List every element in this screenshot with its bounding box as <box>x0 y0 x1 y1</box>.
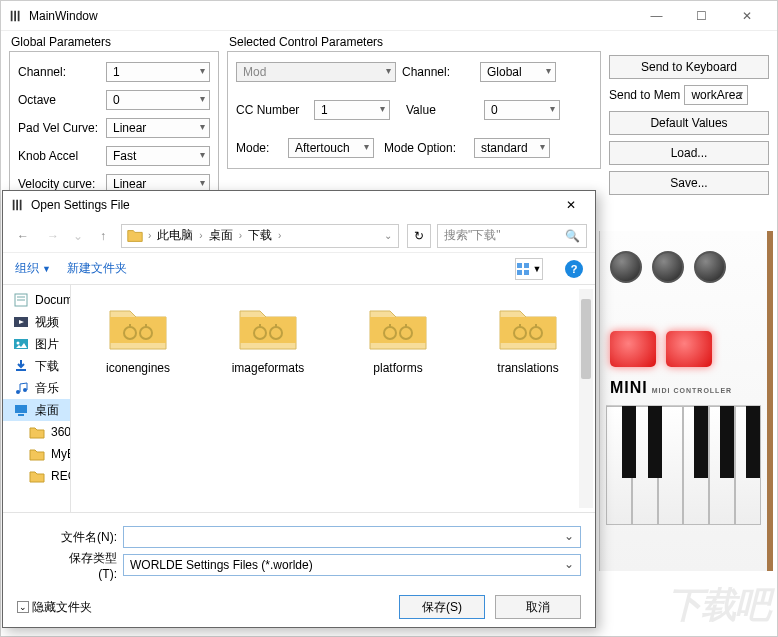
file-item[interactable]: iconengines <box>83 301 193 375</box>
video-icon <box>13 314 29 330</box>
nav-back-button[interactable]: ← <box>11 224 35 248</box>
tree-item[interactable]: MyEditor_xiaz <box>3 443 70 465</box>
default-values-button[interactable]: Default Values <box>609 111 769 135</box>
dialog-close-button[interactable]: ✕ <box>555 193 587 217</box>
mem-area-combo[interactable]: workArea <box>684 85 748 105</box>
tree-item-label: 图片 <box>35 336 59 353</box>
docs-icon <box>13 292 29 308</box>
new-folder-button[interactable]: 新建文件夹 <box>67 260 127 277</box>
close-button[interactable]: ✕ <box>724 2 769 30</box>
breadcrumb-seg[interactable]: 桌面 <box>207 227 235 244</box>
filename-input[interactable] <box>123 526 581 548</box>
modeopt-combo[interactable]: standard <box>474 138 550 158</box>
hide-folders-toggle[interactable]: ⌄隐藏文件夹 <box>17 599 92 616</box>
value-combo[interactable]: 0 <box>484 100 560 120</box>
sel-channel-label: Channel: <box>402 65 474 79</box>
breadcrumb-seg[interactable]: 下载 <box>246 227 274 244</box>
folder-icon <box>496 301 560 355</box>
svg-rect-1 <box>14 10 16 21</box>
tree-item[interactable]: 音乐 <box>3 377 70 399</box>
file-label: platforms <box>373 361 422 375</box>
velocity-label: Velocity curve: <box>18 177 100 191</box>
maximize-button[interactable]: ☐ <box>679 2 724 30</box>
breadcrumb-seg[interactable]: 此电脑 <box>155 227 195 244</box>
nav-up-button[interactable]: ↑ <box>91 224 115 248</box>
view-options-button[interactable]: ▼ <box>515 258 543 280</box>
search-input[interactable]: 搜索"下载" 🔍 <box>437 224 587 248</box>
svg-point-18 <box>16 390 20 394</box>
breadcrumb[interactable]: › 此电脑 › 桌面 › 下载 › ⌄ <box>121 224 399 248</box>
titlebar: MainWindow — ☐ ✕ <box>1 1 777 31</box>
tree-item[interactable]: RECTOOLS_30 <box>3 465 70 487</box>
svg-rect-0 <box>11 10 13 21</box>
help-button[interactable]: ? <box>565 260 583 278</box>
tree-item[interactable]: 桌面 <box>3 399 70 421</box>
tree-item[interactable]: 下载 <box>3 355 70 377</box>
folder-icon <box>29 468 45 484</box>
refresh-button[interactable]: ↻ <box>407 224 431 248</box>
folder-icon <box>29 446 45 462</box>
svg-rect-3 <box>13 200 15 211</box>
dialog-titlebar: Open Settings File ✕ <box>3 191 595 219</box>
folder-tree[interactable]: Documents视频图片下载音乐桌面360DrvMgrInMyEditor_x… <box>3 285 71 512</box>
download-icon <box>13 358 29 374</box>
piano-keys <box>606 405 761 525</box>
file-label: imageformats <box>232 361 305 375</box>
minimize-button[interactable]: — <box>634 2 679 30</box>
knob-icon <box>652 251 684 283</box>
cc-combo[interactable]: 1 <box>314 100 390 120</box>
organize-menu[interactable]: 组织▼ <box>15 260 51 277</box>
tree-item[interactable]: 360DrvMgrIn <box>3 421 70 443</box>
desktop-icon <box>13 402 29 418</box>
sel-channel-combo[interactable]: Global <box>480 62 556 82</box>
padvel-combo[interactable]: Linear <box>106 118 210 138</box>
cc-label: CC Number <box>236 103 308 117</box>
dialog-button-row: ⌄隐藏文件夹 保存(S) 取消 <box>3 587 595 627</box>
send-mem-label: Send to Mem <box>609 88 680 102</box>
global-parameters-panel: Global Parameters Channel: 1 Octave 0 Pa… <box>9 35 219 205</box>
folder-icon <box>106 301 170 355</box>
svg-rect-21 <box>18 414 24 416</box>
file-item[interactable]: translations <box>473 301 583 375</box>
dialog-body: Documents视频图片下载音乐桌面360DrvMgrInMyEditor_x… <box>3 285 595 512</box>
file-list[interactable]: iconenginesimageformatsplatformstranslat… <box>71 285 595 512</box>
file-item[interactable]: platforms <box>343 301 453 375</box>
knob-combo[interactable]: Fast <box>106 146 210 166</box>
dialog-save-button[interactable]: 保存(S) <box>399 595 485 619</box>
channel-label: Channel: <box>18 65 100 79</box>
dialog-save-panel: 文件名(N): 保存类型(T): WORLDE Settings Files (… <box>3 512 595 587</box>
dialog-cancel-button[interactable]: 取消 <box>495 595 581 619</box>
padvel-label: Pad Vel Curve: <box>18 121 100 135</box>
octave-combo[interactable]: 0 <box>106 90 210 110</box>
nav-recent-button[interactable]: ⌄ <box>71 224 85 248</box>
mode-label: Mode: <box>236 141 282 155</box>
file-item[interactable]: imageformats <box>213 301 323 375</box>
scrollbar-thumb[interactable] <box>581 299 591 379</box>
scrollbar[interactable] <box>579 289 593 508</box>
modeopt-label: Mode Option: <box>384 141 468 155</box>
load-button[interactable]: Load... <box>609 141 769 165</box>
channel-combo[interactable]: 1 <box>106 62 210 82</box>
app-icon <box>9 9 23 23</box>
keyboard-brand: MINIMIDI CONTROLLER <box>600 375 767 401</box>
mode-combo[interactable]: Aftertouch <box>288 138 374 158</box>
file-dialog: Open Settings File ✕ ← → ⌄ ↑ › 此电脑 › 桌面 … <box>2 190 596 628</box>
tree-item[interactable]: 视频 <box>3 311 70 333</box>
value-label: Value <box>406 103 478 117</box>
search-placeholder: 搜索"下载" <box>444 227 501 244</box>
pad-icon <box>610 331 656 367</box>
chevron-down-icon[interactable]: ⌄ <box>382 230 394 241</box>
nav-forward-button[interactable]: → <box>41 224 65 248</box>
chevron-right-icon: › <box>197 230 204 241</box>
folder-icon <box>366 301 430 355</box>
chevron-down-icon: ⌄ <box>17 601 29 613</box>
send-keyboard-button[interactable]: Send to Keyboard <box>609 55 769 79</box>
tree-item-label: 音乐 <box>35 380 59 397</box>
tree-item[interactable]: Documents <box>3 289 70 311</box>
save-button[interactable]: Save... <box>609 171 769 195</box>
pad-icon <box>666 331 712 367</box>
chevron-right-icon: › <box>237 230 244 241</box>
tree-item[interactable]: 图片 <box>3 333 70 355</box>
filetype-combo[interactable]: WORLDE Settings Files (*.worlde) <box>123 554 581 576</box>
svg-rect-9 <box>524 270 529 275</box>
